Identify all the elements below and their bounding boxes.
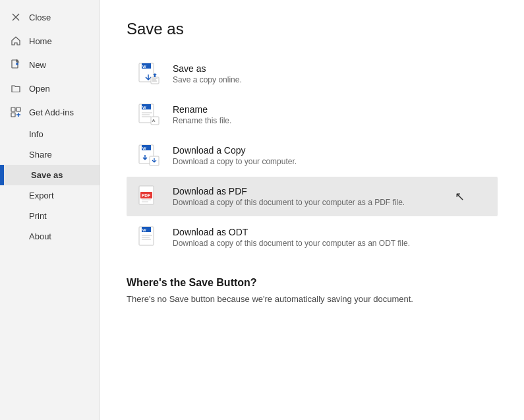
section-heading: Where's the Save Button?	[127, 277, 498, 289]
svg-text:W: W	[142, 228, 146, 232]
page-title: Save as	[127, 20, 498, 38]
svg-rect-7	[151, 77, 159, 84]
option-rename-title: Rename	[173, 104, 231, 115]
save-button-section: Where's the Save Button? There's no Save…	[127, 277, 498, 304]
option-save-as-desc: Save a copy online.	[173, 75, 242, 84]
new-icon	[9, 58, 22, 71]
svg-rect-2	[16, 107, 20, 111]
sidebar-item-close[interactable]: Close	[0, 5, 100, 29]
option-odt-text: Download as ODT Download a copy of this …	[173, 227, 410, 248]
option-download-copy-desc: Download a copy to your computer.	[173, 157, 297, 166]
option-save-as-title: Save as	[173, 63, 242, 74]
option-download-copy-text: Download a Copy Download a copy to your …	[173, 145, 297, 166]
section-text: There's no Save button because we're aut…	[127, 294, 498, 304]
option-odt-title: Download as ODT	[173, 227, 410, 237]
svg-rect-3	[11, 113, 15, 117]
option-pdf-title: Download as PDF	[173, 186, 405, 196]
sidebar-item-home[interactable]: Home	[0, 29, 100, 53]
svg-rect-11	[151, 117, 159, 125]
sidebar-item-new-label: New	[29, 60, 46, 70]
svg-text:W: W	[142, 146, 146, 150]
sidebar-item-open-label: Open	[29, 84, 50, 94]
option-rename-text: Rename Rename this file.	[173, 104, 231, 125]
sidebar-item-print-label: Print	[29, 211, 47, 221]
rename-icon: W	[136, 102, 162, 128]
svg-rect-1	[11, 107, 15, 111]
option-odt-desc: Download a copy of this document to your…	[173, 239, 410, 248]
svg-text:W: W	[142, 65, 146, 69]
download-copy-icon: W	[136, 142, 162, 169]
sidebar-item-export[interactable]: Export	[0, 185, 100, 206]
pdf-icon: PDF	[136, 183, 162, 210]
sidebar-item-add-ins-label: Get Add-ins	[29, 107, 74, 117]
option-rename-desc: Rename this file.	[173, 116, 231, 125]
odt-icon: W	[136, 224, 162, 251]
sidebar-item-new[interactable]: New	[0, 53, 100, 76]
option-download-copy[interactable]: W Download a Copy Download a copy to you…	[127, 136, 498, 175]
sidebar-item-save-as[interactable]: Save as	[0, 165, 100, 185]
option-save-as-text: Save as Save a copy online.	[173, 63, 242, 84]
sidebar-item-info[interactable]: Info	[0, 124, 100, 144]
sidebar-item-share-label: Share	[29, 150, 52, 160]
sidebar-item-about-label: About	[29, 231, 51, 241]
option-pdf-desc: Download a copy of this document to your…	[173, 198, 405, 207]
sidebar-item-info-label: Info	[29, 129, 44, 139]
sidebar-item-about[interactable]: About	[0, 226, 100, 247]
sidebar-item-print[interactable]: Print	[0, 206, 100, 226]
option-rename[interactable]: W Rename Rename this file.	[127, 95, 498, 135]
sidebar-item-share[interactable]: Share	[0, 144, 100, 165]
option-download-copy-title: Download a Copy	[173, 145, 297, 156]
main-content: Save as W Save as Save a copy online.	[100, 0, 524, 420]
sidebar-item-open[interactable]: Open	[0, 76, 100, 100]
option-save-as[interactable]: W Save as Save a copy online.	[127, 54, 498, 94]
open-icon	[9, 82, 22, 95]
sidebar: Close Home New Open	[0, 0, 100, 420]
cursor-indicator: ↖	[455, 189, 465, 204]
option-download-odt[interactable]: W Download as ODT Download a copy of thi…	[127, 218, 498, 257]
option-pdf-text: Download as PDF Download a copy of this …	[173, 186, 405, 207]
options-list: W Save as Save a copy online. W	[127, 54, 498, 257]
sidebar-item-close-label: Close	[29, 13, 51, 22]
sidebar-item-get-add-ins[interactable]: Get Add-ins	[0, 100, 100, 124]
option-download-pdf[interactable]: PDF Download as PDF Download a copy of t…	[127, 177, 498, 216]
svg-text:W: W	[142, 105, 146, 109]
save-as-icon: W	[136, 61, 162, 87]
sidebar-item-export-label: Export	[29, 191, 54, 200]
add-ins-icon	[9, 105, 22, 119]
svg-text:PDF: PDF	[142, 193, 150, 198]
sidebar-item-home-label: Home	[29, 36, 52, 46]
close-icon	[9, 11, 22, 24]
home-icon	[9, 34, 22, 47]
sidebar-item-save-as-label: Save as	[31, 170, 63, 180]
